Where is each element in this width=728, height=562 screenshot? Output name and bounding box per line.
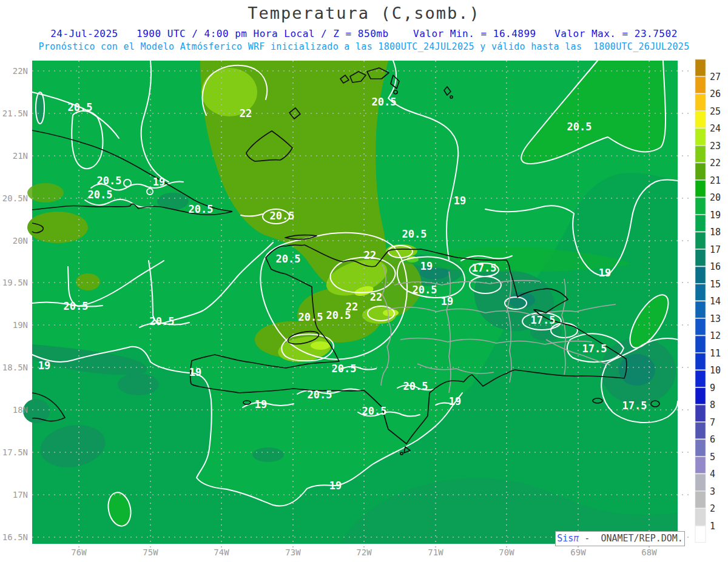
colorbar-segment xyxy=(695,370,706,387)
contour-label: 19 xyxy=(454,195,466,207)
colorbar-tick-label: 9 xyxy=(710,383,715,393)
contour-label: 20.5 xyxy=(403,380,428,392)
branding-watermark: Sisπ - ONAMET/REP.DOM. xyxy=(555,531,685,546)
colorbar-segment xyxy=(695,77,706,93)
colorbar-tick-label: 3 xyxy=(710,486,715,497)
colorbar-tick-label: 1 xyxy=(710,521,715,532)
colorbar-tick-label: 17 xyxy=(710,244,721,255)
contour-label: 19 xyxy=(441,295,453,307)
contour-label: 20.5 xyxy=(567,121,592,133)
colorbar-segment xyxy=(695,284,706,301)
colorbar-tick-label: 27 xyxy=(710,72,721,82)
colorbar xyxy=(695,59,706,543)
contour-label: 19 xyxy=(420,260,433,272)
contour-label: 20.5 xyxy=(68,101,93,113)
lat-tick-label: 20N xyxy=(13,236,28,246)
colorbar-segment xyxy=(695,198,706,214)
colorbar-tick-label: 23 xyxy=(710,141,721,152)
lat-tick-label: 16.5N xyxy=(2,532,28,542)
latitude-axis-labels: 22N21.5N21N20.5N20N19.5N19N18.5N18N17.5N… xyxy=(2,66,28,542)
colorbar-segment xyxy=(695,423,706,439)
contour-label: 20.5 xyxy=(298,311,323,323)
lon-tick-label: 75W xyxy=(143,547,158,557)
contour-label: 19 xyxy=(189,366,201,378)
colorbar-tick-label: 6 xyxy=(710,434,715,445)
lat-tick-label: 19.5N xyxy=(2,278,28,287)
lon-tick-label: 73W xyxy=(285,547,301,557)
colorbar-segment xyxy=(695,457,706,473)
contour-label: 20.5 xyxy=(64,300,89,312)
colorbar-segment xyxy=(695,129,706,145)
lat-tick-label: 21N xyxy=(13,151,28,161)
contour-label: 19 xyxy=(599,267,611,279)
contour-label: 20.5 xyxy=(332,363,357,375)
contour-label: 20.5 xyxy=(308,389,332,401)
watermark-sis-text: Sis xyxy=(557,533,573,544)
colorbar-tick-label: 20 xyxy=(710,192,721,203)
contour-label: 20.5 xyxy=(372,96,397,108)
colorbar-segment xyxy=(695,94,706,110)
lat-tick-label: 19N xyxy=(13,320,28,330)
lon-tick-label: 74W xyxy=(214,547,229,557)
contour-label: 19 xyxy=(255,398,267,410)
contour-label: 20.5 xyxy=(97,175,122,187)
colorbar-segment xyxy=(695,112,706,128)
contour-label: 20.5 xyxy=(270,210,295,222)
lat-tick-label: 21.5N xyxy=(2,109,28,118)
lon-tick-label: 71W xyxy=(428,547,443,557)
colorbar-segment xyxy=(695,509,706,525)
colorbar-segment xyxy=(695,474,706,490)
lat-tick-label: 18.5N xyxy=(2,363,28,372)
colorbar-tick-label: 19 xyxy=(710,210,721,221)
colorbar-tick-label: 13 xyxy=(710,313,721,324)
colorbar-tick-label: 25 xyxy=(710,106,721,117)
colorbar-segment xyxy=(695,181,706,197)
colorbar-tick-label: 7 xyxy=(710,417,715,428)
colorbar-segment xyxy=(695,250,706,266)
contour-label: 17.5 xyxy=(622,400,647,412)
colorbar-tick-label: 10 xyxy=(710,365,721,376)
colorbar-tick-label: 26 xyxy=(710,89,721,99)
colorbar-segment xyxy=(695,163,706,179)
watermark-pi-icon: π xyxy=(573,533,579,544)
lon-tick-label: 70W xyxy=(499,547,514,557)
colorbar-tick-label: 4 xyxy=(710,469,715,480)
colorbar-segment xyxy=(695,215,706,232)
colorbar-tick-label: 11 xyxy=(710,348,721,359)
colorbar-segment xyxy=(695,405,706,421)
colorbar-segment xyxy=(695,440,706,456)
colorbar-segment xyxy=(695,319,706,335)
contour-label: 22 xyxy=(370,291,382,303)
colorbar-segment xyxy=(695,301,706,318)
colorbar-tick-label: 16 xyxy=(710,261,721,272)
colorbar-tick-label: 2 xyxy=(710,503,715,514)
colorbar-tick-label: 18 xyxy=(710,227,721,238)
colorbar-segment xyxy=(695,353,706,370)
lat-tick-label: 20.5N xyxy=(2,193,28,203)
contour-label: 22 xyxy=(364,249,376,261)
colorbar-segment xyxy=(695,388,706,404)
contour-label: 20.5 xyxy=(88,189,113,201)
colorbar-tick-label: 14 xyxy=(710,296,721,307)
lat-tick-label: 18N xyxy=(13,405,28,415)
lon-tick-label: 69W xyxy=(570,547,586,557)
colorbar-tick-label: 5 xyxy=(710,452,715,463)
weather-chart-page: Temperatura (C,somb.) 24-Jul-2025 1900 U… xyxy=(0,0,728,562)
lat-tick-label: 17.5N xyxy=(2,447,28,457)
lon-tick-label: 76W xyxy=(71,547,87,557)
colorbar-segment xyxy=(695,59,706,76)
colorbar-tick-label: 22 xyxy=(710,158,721,169)
contour-label: 22 xyxy=(240,107,252,119)
colorbar-tick-label: 21 xyxy=(710,175,721,186)
colorbar-segment xyxy=(695,492,706,508)
contour-label: 19 xyxy=(329,480,342,492)
contour-label: 20.5 xyxy=(413,284,437,296)
colorbar-segment xyxy=(695,232,706,249)
temperature-contour-map: 20.52220.520.520.51920.520.520.51920.520… xyxy=(0,0,728,562)
contour-label: 19 xyxy=(153,176,165,188)
colorbar-tick-label: 8 xyxy=(710,400,715,410)
colorbar-tick-label: 24 xyxy=(710,123,721,134)
colorbar-segment xyxy=(695,267,706,283)
lat-tick-label: 17N xyxy=(13,490,28,500)
contour-label: 17.5 xyxy=(472,262,497,274)
